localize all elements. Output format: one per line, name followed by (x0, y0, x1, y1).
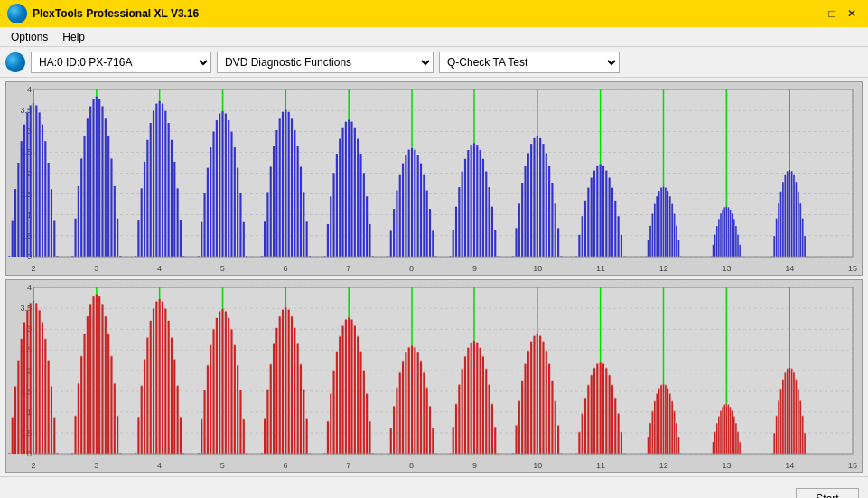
buttons-section: Start i (796, 488, 859, 499)
title-controls: — □ ✕ (803, 5, 861, 23)
title-bar-left: PlexTools Professional XL V3.16 (7, 4, 199, 23)
maximize-button[interactable]: □ (823, 5, 841, 23)
start-button[interactable]: Start (796, 488, 859, 499)
menu-bar: Options Help (0, 27, 868, 47)
menu-item-help[interactable]: Help (55, 29, 92, 45)
app-icon (7, 4, 27, 23)
main-content (0, 78, 868, 476)
top-chart (5, 81, 863, 276)
title-bar: PlexTools Professional XL V3.16 — □ ✕ (0, 0, 868, 27)
toolbar-globe-icon (5, 52, 25, 72)
menu-item-options[interactable]: Options (4, 29, 55, 45)
bottom-chart (5, 279, 863, 474)
function-select[interactable]: DVD Diagnostic Functions (217, 52, 434, 73)
test-select[interactable]: Q-Check TA Test (439, 52, 620, 73)
top-chart-canvas (6, 82, 862, 275)
toolbar: HA:0 ID:0 PX-716A DVD Diagnostic Functio… (0, 47, 868, 78)
bottom-panel: Jitter: 5 Peak Shift: 5 TA Quality Indic… (0, 476, 868, 498)
drive-select[interactable]: HA:0 ID:0 PX-716A (31, 52, 211, 73)
close-button[interactable]: ✕ (843, 5, 861, 23)
bottom-chart-canvas (6, 280, 862, 473)
minimize-button[interactable]: — (803, 5, 821, 23)
title-text: PlexTools Professional XL V3.16 (33, 7, 199, 20)
